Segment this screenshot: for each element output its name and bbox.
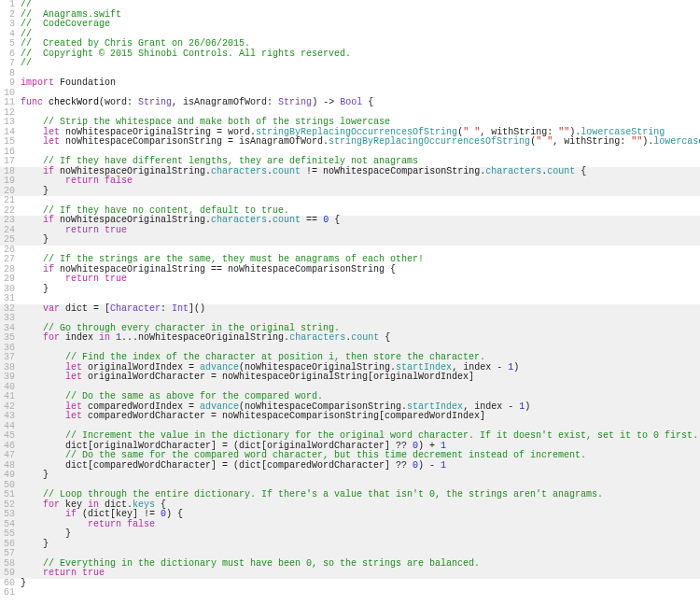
- code-line[interactable]: 3// CodeCoverage: [0, 20, 700, 30]
- code-line[interactable]: 39 let originalWordCharacter = noWhitesp…: [0, 373, 700, 383]
- code-content[interactable]: for index in 1...noWhitespaceOriginalStr…: [21, 333, 700, 344]
- code-line[interactable]: 20 }: [0, 187, 700, 197]
- code-content[interactable]: // CodeCoverage: [21, 20, 700, 30]
- code-content[interactable]: // Copyright © 2015 Shinobi Controls. Al…: [21, 49, 700, 60]
- code-line[interactable]: 15 let noWhitespaceComparisonString = is…: [0, 137, 700, 148]
- code-line[interactable]: 61: [0, 588, 700, 598]
- code-content[interactable]: func checkWord(word: String, isAnagramOf…: [21, 98, 700, 108]
- line-number: 29: [0, 274, 21, 285]
- line-number: 61: [0, 588, 21, 598]
- line-number: 11: [0, 98, 21, 108]
- line-number: 41: [0, 392, 21, 402]
- line-number: 37: [0, 353, 21, 363]
- line-number: 27: [0, 255, 21, 265]
- code-line[interactable]: 19 return false: [0, 176, 700, 187]
- code-content[interactable]: return true: [21, 226, 700, 236]
- line-number: 15: [0, 137, 21, 148]
- line-number: 51: [0, 490, 21, 500]
- code-line[interactable]: 32 var dict = [Character: Int](): [0, 304, 700, 315]
- code-line[interactable]: 6// Copyright © 2015 Shinobi Controls. A…: [0, 49, 700, 60]
- line-number: 43: [0, 412, 21, 422]
- code-content[interactable]: }: [21, 235, 700, 246]
- code-line[interactable]: 48 dict[comparedWordCharacter] = (dict[c…: [0, 461, 700, 471]
- code-content[interactable]: // Everything in the dictionary must hav…: [21, 559, 700, 570]
- line-number: 25: [0, 235, 21, 246]
- code-content[interactable]: // Anagrams.swift: [21, 10, 700, 21]
- code-content[interactable]: //: [21, 59, 700, 69]
- code-editor[interactable]: 1//2// Anagrams.swift3// CodeCoverage4//…: [0, 0, 700, 605]
- code-line[interactable]: 58 // Everything in the dictionary must …: [0, 559, 700, 570]
- code-content[interactable]: }: [21, 187, 700, 197]
- line-number: 57: [0, 549, 21, 559]
- line-number: 9: [0, 78, 21, 89]
- code-content[interactable]: }: [21, 529, 700, 540]
- code-line[interactable]: 35 for index in 1...noWhitespaceOriginal…: [0, 333, 700, 344]
- code-content[interactable]: return true: [21, 569, 700, 579]
- line-number: 23: [0, 216, 21, 226]
- code-content[interactable]: let noWhitespaceComparisonString = isAna…: [21, 137, 700, 148]
- code-content[interactable]: return false: [21, 520, 700, 530]
- line-number: 33: [0, 314, 21, 324]
- code-line[interactable]: 60}: [0, 579, 700, 589]
- code-content[interactable]: import Foundation: [21, 78, 700, 89]
- line-number: 1: [0, 0, 21, 10]
- code-line[interactable]: 24 return true: [0, 226, 700, 236]
- line-number: 19: [0, 176, 21, 187]
- code-line[interactable]: 43 let comparedWordCharacter = noWhitesp…: [0, 412, 700, 422]
- code-content[interactable]: var dict = [Character: Int](): [21, 304, 700, 315]
- code-content[interactable]: return false: [21, 176, 700, 187]
- line-number: 5: [0, 39, 21, 49]
- line-number: 53: [0, 510, 21, 520]
- code-line[interactable]: 55 }: [0, 529, 700, 540]
- code-line[interactable]: 54 return false: [0, 520, 700, 530]
- line-number: 59: [0, 569, 21, 579]
- code-line[interactable]: 30 }: [0, 285, 700, 295]
- code-content[interactable]: //: [21, 0, 700, 10]
- code-line[interactable]: 11func checkWord(word: String, isAnagram…: [0, 98, 700, 108]
- line-number: 31: [0, 294, 21, 304]
- code-line[interactable]: 9import Foundation: [0, 78, 700, 89]
- code-line[interactable]: 59 return true: [0, 569, 700, 579]
- line-number: 39: [0, 373, 21, 383]
- line-number: 13: [0, 118, 21, 128]
- line-number: 47: [0, 451, 21, 461]
- line-number: 3: [0, 20, 21, 30]
- line-number: 55: [0, 529, 21, 540]
- code-content[interactable]: let comparedWordCharacter = noWhitespace…: [21, 412, 700, 422]
- code-content[interactable]: }: [21, 579, 700, 589]
- code-line[interactable]: 56 }: [0, 540, 700, 550]
- line-number: 21: [0, 196, 21, 206]
- code-line[interactable]: 29 return true: [0, 274, 700, 285]
- line-number: 49: [0, 471, 21, 481]
- code-content[interactable]: let originalWordCharacter = noWhitespace…: [21, 373, 700, 383]
- code-content[interactable]: }: [21, 285, 700, 295]
- code-content[interactable]: dict[comparedWordCharacter] = (dict[comp…: [21, 461, 700, 471]
- code-line[interactable]: 49 }: [0, 471, 700, 481]
- line-number: 17: [0, 157, 21, 167]
- line-number: 35: [0, 333, 21, 344]
- code-content[interactable]: return true: [21, 274, 700, 285]
- code-content[interactable]: }: [21, 540, 700, 550]
- line-number: 7: [0, 59, 21, 69]
- code-line[interactable]: 25 }: [0, 235, 700, 246]
- code-content[interactable]: }: [21, 471, 700, 481]
- code-line[interactable]: 7//: [0, 59, 700, 69]
- line-number: 45: [0, 431, 21, 442]
